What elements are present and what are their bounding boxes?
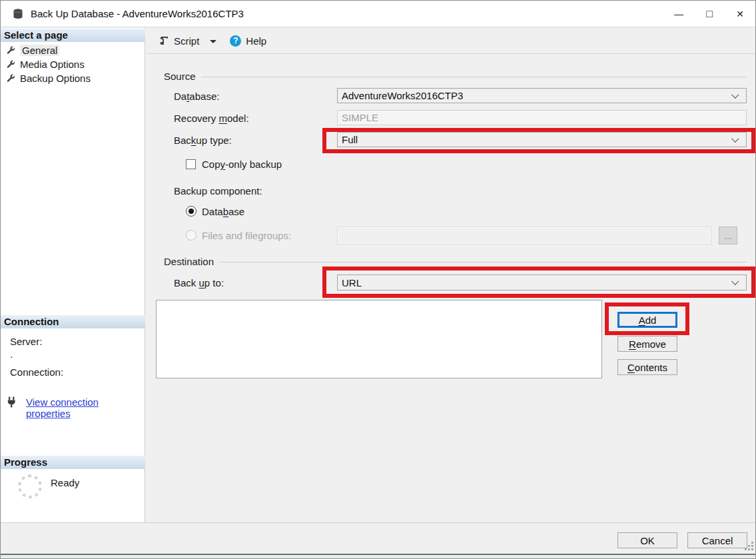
close-icon: ✕: [736, 9, 744, 19]
add-button-label: Add: [639, 314, 657, 326]
minimize-icon: —: [674, 9, 683, 19]
script-icon: [159, 35, 169, 46]
source-group: Source: [164, 71, 747, 82]
chevron-down-icon: [731, 278, 739, 285]
browse-button: ...: [719, 227, 737, 245]
ok-button[interactable]: OK: [617, 532, 677, 548]
sidebar-item-label: Media Options: [20, 59, 85, 70]
destination-group-label: Destination: [164, 256, 214, 267]
connection-header: Connection: [1, 315, 145, 328]
recovery-model-label: Recovery model:: [174, 113, 249, 124]
destination-group-line: [219, 262, 747, 263]
script-button[interactable]: Script: [155, 33, 202, 49]
help-icon: ?: [230, 35, 241, 47]
help-label: Help: [246, 35, 266, 47]
backup-type-label: Backup type:: [174, 135, 232, 146]
titlebar: Back Up Database - AdventureWorks2016CTP…: [1, 1, 755, 27]
backup-type-combobox[interactable]: Full: [337, 132, 747, 147]
copy-only-label[interactable]: Copy-only backup: [202, 159, 282, 170]
backup-database-dialog: Back Up Database - AdventureWorks2016CTP…: [0, 0, 756, 559]
destination-listbox[interactable]: [156, 300, 602, 378]
recovery-model-value: SIMPLE: [342, 112, 378, 123]
cancel-button[interactable]: Cancel: [687, 532, 747, 548]
sidebar: Select a page General Media Options Back…: [1, 28, 145, 522]
main-panel: Script ? Help Source Database: Adventure…: [146, 28, 756, 522]
chevron-down-icon: [731, 135, 739, 143]
maximize-button[interactable]: □: [694, 1, 725, 27]
backup-to-combobox[interactable]: URL: [337, 275, 747, 290]
wrench-icon: [6, 59, 15, 69]
database-radio-label[interactable]: Database: [202, 206, 244, 217]
chevron-down-icon: [731, 91, 739, 99]
database-radio[interactable]: [186, 206, 196, 217]
contents-button-label: Contents: [627, 362, 667, 373]
script-label: Script: [174, 35, 199, 47]
resize-grip[interactable]: [751, 548, 753, 550]
backup-to-combobox-value: URL: [342, 277, 362, 288]
wrench-icon: [6, 73, 15, 83]
progress-status: Ready: [51, 477, 79, 488]
recovery-model-input: SIMPLE: [337, 110, 747, 125]
add-button[interactable]: Add: [617, 312, 677, 328]
dropdown-arrow-icon: [210, 40, 216, 43]
caption-buttons: — □ ✕: [663, 1, 755, 27]
sidebar-item-general[interactable]: General: [6, 43, 59, 57]
database-icon: [12, 8, 24, 20]
sidebar-item-media-options[interactable]: Media Options: [6, 57, 85, 71]
database-combobox[interactable]: AdventureWorks2016CTP3: [337, 88, 747, 103]
sidebar-item-label: General: [20, 45, 59, 56]
select-a-page-header: Select a page: [1, 29, 145, 42]
files-filegroups-radio-label: Files and filegroups:: [202, 230, 291, 241]
cancel-button-label: Cancel: [702, 535, 733, 546]
server-label: Server:: [10, 336, 42, 347]
browse-button-label: ...: [724, 230, 733, 241]
window-bottom-strip: [1, 555, 756, 559]
remove-button[interactable]: Remove: [617, 336, 677, 352]
help-button[interactable]: ? Help: [226, 33, 270, 49]
backup-type-combobox-value: Full: [342, 134, 358, 145]
close-button[interactable]: ✕: [725, 1, 755, 27]
server-value: .: [10, 348, 13, 360]
database-combobox-value: AdventureWorks2016CTP3: [342, 90, 463, 101]
backup-to-label: Back up to:: [174, 277, 224, 288]
connection-label: Connection:: [10, 366, 63, 378]
sidebar-item-backup-options[interactable]: Backup Options: [6, 71, 91, 85]
remove-button-label: Remove: [629, 338, 666, 350]
progress-header: Progress: [1, 456, 145, 469]
script-dropdown-button[interactable]: [205, 36, 224, 46]
maximize-icon: □: [706, 8, 713, 20]
source-group-line: [201, 77, 747, 77]
footer: OK Cancel: [1, 522, 756, 554]
window-title: Back Up Database - AdventureWorks2016CTP…: [31, 8, 244, 19]
minimize-button[interactable]: —: [663, 1, 694, 27]
database-label: Database:: [174, 91, 219, 102]
backup-component-label: Backup component:: [174, 185, 262, 197]
wrench-icon: [6, 45, 15, 55]
contents-button[interactable]: Contents: [617, 359, 677, 375]
toolbar: Script ? Help: [146, 28, 756, 54]
connection-properties-icon: [7, 396, 19, 408]
ok-button-label: OK: [640, 535, 655, 546]
view-connection-properties-link[interactable]: View connection properties: [26, 396, 145, 419]
files-filegroups-input: [337, 227, 711, 245]
destination-group: Destination: [164, 256, 747, 267]
progress-spinner-icon: [18, 474, 42, 498]
copy-only-checkbox[interactable]: [186, 159, 196, 169]
files-filegroups-radio: [186, 230, 196, 241]
sidebar-item-label: Backup Options: [20, 73, 91, 84]
source-group-label: Source: [164, 71, 196, 82]
